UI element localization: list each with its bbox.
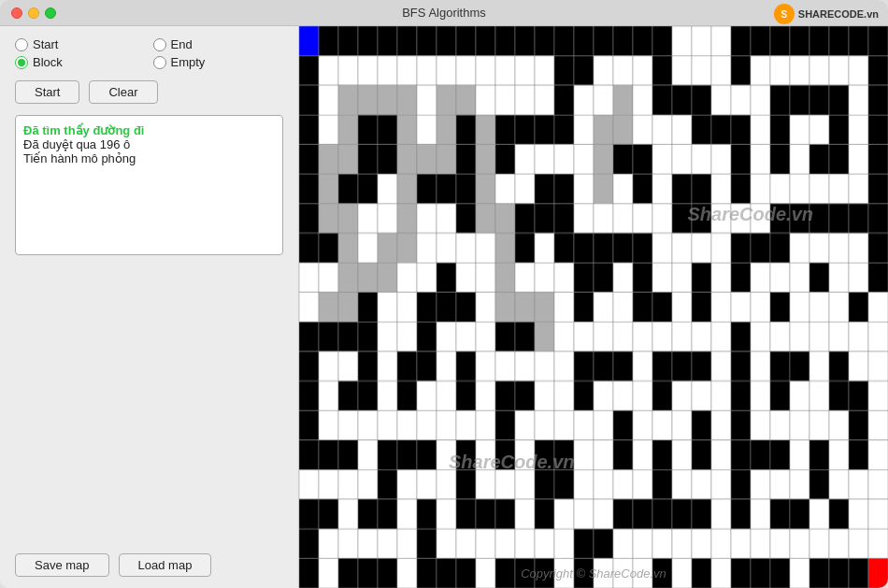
logo-text: SHARECODE.vn — [798, 8, 879, 20]
radio-block-circle — [15, 56, 28, 69]
radio-block-label: Block — [33, 55, 63, 69]
radio-block[interactable]: Block — [15, 55, 146, 69]
radio-start-label: Start — [33, 37, 58, 51]
start-button[interactable]: Start — [15, 80, 79, 104]
sharecode-logo: S SHARECODE.vn — [774, 4, 879, 24]
radio-start[interactable]: Start — [15, 37, 146, 51]
radio-block-dot — [18, 59, 25, 66]
copyright-text: Copyright © ShareCode.vn — [521, 566, 666, 581]
window-title: BFS Algorithms — [402, 6, 486, 20]
log-line-0: Đã tìm thấy đường đi — [23, 123, 275, 137]
bfs-grid-canvas[interactable] — [299, 26, 888, 588]
traffic-lights — [11, 7, 56, 19]
main-window: BFS Algorithms S SHARECODE.vn Start End — [0, 0, 888, 588]
maximize-button[interactable] — [45, 7, 56, 19]
clear-button[interactable]: Clear — [89, 80, 157, 104]
minimize-button[interactable] — [28, 7, 39, 19]
load-map-button[interactable]: Load map — [119, 553, 212, 577]
close-button[interactable] — [11, 7, 22, 19]
radio-end-label: End — [171, 37, 193, 51]
radio-empty-circle — [153, 56, 166, 69]
radio-group: Start End Block Empty — [15, 37, 283, 69]
sidebar: Start End Block Empty Start — [0, 26, 299, 588]
radio-empty[interactable]: Empty — [153, 55, 284, 69]
logo-icon: S — [774, 4, 795, 24]
radio-empty-label: Empty — [171, 55, 206, 69]
save-map-button[interactable]: Save map — [15, 553, 109, 577]
log-line-1: Đã duyệt qua 196 ô — [23, 137, 275, 151]
radio-end-circle — [153, 38, 166, 51]
action-buttons: Start Clear — [15, 80, 283, 104]
radio-end[interactable]: End — [153, 37, 284, 51]
content-area: Start End Block Empty Start — [0, 26, 888, 588]
titlebar: BFS Algorithms S SHARECODE.vn — [0, 0, 888, 26]
map-buttons: Save map Load map — [15, 553, 283, 577]
log-line-2: Tiến hành mô phỏng — [23, 151, 275, 165]
log-box: Đã tìm thấy đường đi Đã duyệt qua 196 ô … — [15, 115, 283, 255]
radio-start-circle — [15, 38, 28, 51]
grid-area[interactable]: ShareCode.vn ShareCode.vn Copyright © Sh… — [299, 26, 888, 588]
